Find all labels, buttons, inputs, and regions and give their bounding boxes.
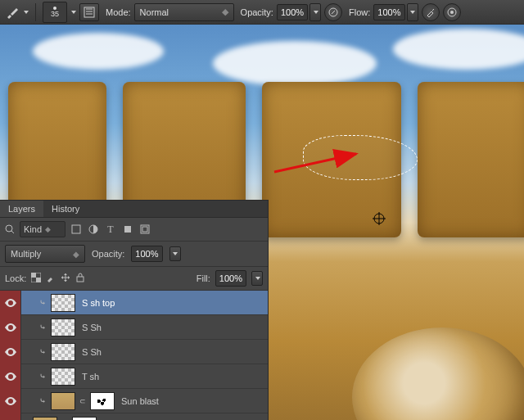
layer-opacity-value: 100% <box>135 249 158 259</box>
opacity-slider-arrow[interactable] <box>309 3 321 21</box>
svg-line-4 <box>274 154 356 172</box>
layer-opacity-arrow[interactable] <box>169 246 181 261</box>
svg-rect-10 <box>124 226 131 233</box>
layer-name[interactable]: Sun blast <box>121 396 159 406</box>
tab-layers[interactable]: Layers <box>0 201 43 217</box>
filter-pixel-icon[interactable] <box>70 224 82 235</box>
layer-blend-value: Multiply <box>11 249 68 259</box>
visibility-toggle[interactable] <box>0 340 21 364</box>
layer-thumbnail[interactable] <box>51 294 75 312</box>
panel-tabs: Layers History <box>0 201 268 218</box>
flow-field[interactable]: 100% <box>373 4 404 20</box>
cloud <box>393 29 524 70</box>
layer-thumbnail[interactable] <box>51 368 75 386</box>
layer-name[interactable]: S Sh <box>82 347 102 357</box>
svg-rect-16 <box>77 277 84 282</box>
flow-label: Flow: <box>349 7 370 17</box>
brush-dot-icon <box>53 7 56 10</box>
fill-label: Fill: <box>196 273 210 283</box>
cursor-icon <box>372 211 386 226</box>
lock-position-icon[interactable] <box>61 273 70 284</box>
fill-field[interactable]: 100% <box>215 270 246 287</box>
layer-filter-row: Kind ◆ T <box>0 218 268 242</box>
lock-label: Lock: <box>5 273 26 283</box>
lock-pixels-icon[interactable] <box>46 273 56 284</box>
pressure-size-button[interactable] <box>443 3 461 21</box>
brush-preset-picker[interactable]: 35 <box>43 2 67 23</box>
brush-preset-arrow[interactable] <box>71 11 76 14</box>
layer-row[interactable]: ⤷ T sh <box>0 364 268 389</box>
clip-indicator-icon: ⤷ <box>38 298 47 307</box>
svg-point-3 <box>450 11 454 14</box>
blend-opacity-row: Multiply ◆ Opacity: 100% <box>0 242 268 267</box>
svg-rect-15 <box>36 278 41 282</box>
layer-row[interactable]: ⤷ ⊂ Sun blast <box>0 389 268 413</box>
svg-rect-8 <box>72 225 80 233</box>
filter-kind-value: Kind <box>24 224 42 234</box>
filter-kind-select[interactable]: Kind ◆ <box>20 221 66 237</box>
layer-row[interactable]: ⊂ Extrusion base <box>0 413 268 420</box>
layer-blend-select[interactable]: Multiply ◆ <box>5 245 85 263</box>
layer-name[interactable]: T sh <box>82 372 99 382</box>
brush-tool-icon[interactable] <box>5 5 20 20</box>
layer-mask-thumbnail[interactable] <box>72 417 97 421</box>
airbrush-button[interactable] <box>422 3 440 21</box>
flow-value: 100% <box>377 7 400 17</box>
mode-label: Mode: <box>106 7 131 17</box>
layer-mask-thumbnail[interactable] <box>90 392 115 410</box>
opacity-label: Opacity: <box>241 7 273 17</box>
link-icon: ⊂ <box>79 397 87 405</box>
layer-list: ⤷ S sh top ⤷ S Sh ⤷ S Sh ⤷ T sh <box>0 291 268 420</box>
fill-value: 100% <box>219 273 242 283</box>
layer-row[interactable]: ⤷ S sh top <box>0 291 268 315</box>
layer-thumbnail[interactable] <box>51 343 75 361</box>
filter-type-icon[interactable]: T <box>105 224 116 235</box>
hay-bale <box>352 327 524 420</box>
layer-name[interactable]: S sh top <box>82 298 115 308</box>
layer-thumbnail[interactable] <box>51 318 75 336</box>
clip-indicator-icon: ⤷ <box>38 396 47 405</box>
svg-line-7 <box>11 231 14 233</box>
annotation-arrow <box>270 147 368 180</box>
toggle-brush-panel-button[interactable] <box>79 3 99 21</box>
layer-row[interactable]: ⤷ S Sh <box>0 315 268 340</box>
fill-arrow[interactable] <box>251 271 263 286</box>
lock-transparent-icon[interactable] <box>31 273 41 284</box>
opacity-field[interactable]: 100% <box>277 4 308 20</box>
flow-slider-arrow[interactable] <box>407 3 418 21</box>
layer-row[interactable]: ⤷ S Sh <box>0 340 268 364</box>
pressure-opacity-button[interactable] <box>324 3 342 21</box>
brush-options-bar: 35 Mode: Normal ◆ Opacity: 100% Flow: 10… <box>0 0 524 25</box>
opacity-value: 100% <box>281 7 304 17</box>
layer-thumbnail[interactable] <box>33 417 57 421</box>
layer-opacity-field[interactable]: 100% <box>131 246 162 262</box>
layer-opacity-label: Opacity: <box>92 249 124 259</box>
clip-indicator-icon: ⤷ <box>38 372 47 381</box>
filter-shape-icon[interactable] <box>122 224 133 235</box>
visibility-toggle[interactable] <box>0 389 21 413</box>
layers-panel: Layers History Kind ◆ T Multiply ◆ Opaci… <box>0 200 269 420</box>
visibility-toggle[interactable] <box>0 364 21 389</box>
filter-adjust-icon[interactable] <box>88 224 99 235</box>
blend-mode-value: Normal <box>140 7 217 17</box>
svg-rect-14 <box>31 273 36 278</box>
cloud <box>33 33 164 70</box>
tool-preset-arrow[interactable] <box>24 11 29 14</box>
hay-letter <box>418 82 524 237</box>
svg-point-6 <box>6 225 12 232</box>
divider <box>35 3 36 21</box>
layer-name[interactable]: S Sh <box>82 323 102 332</box>
visibility-toggle[interactable] <box>0 413 21 421</box>
visibility-toggle[interactable] <box>0 291 21 315</box>
layer-thumbnail[interactable] <box>51 392 75 410</box>
lock-fill-row: Lock: Fill: 100% <box>0 267 268 291</box>
lock-all-icon[interactable] <box>75 273 85 284</box>
tab-history[interactable]: History <box>43 201 88 217</box>
brush-size-value: 35 <box>51 11 59 18</box>
cloud <box>213 41 377 86</box>
blend-mode-select[interactable]: Normal ◆ <box>134 3 234 21</box>
svg-rect-12 <box>142 227 147 232</box>
visibility-toggle[interactable] <box>0 315 21 340</box>
search-icon <box>5 224 15 234</box>
filter-smart-icon[interactable] <box>139 224 151 235</box>
